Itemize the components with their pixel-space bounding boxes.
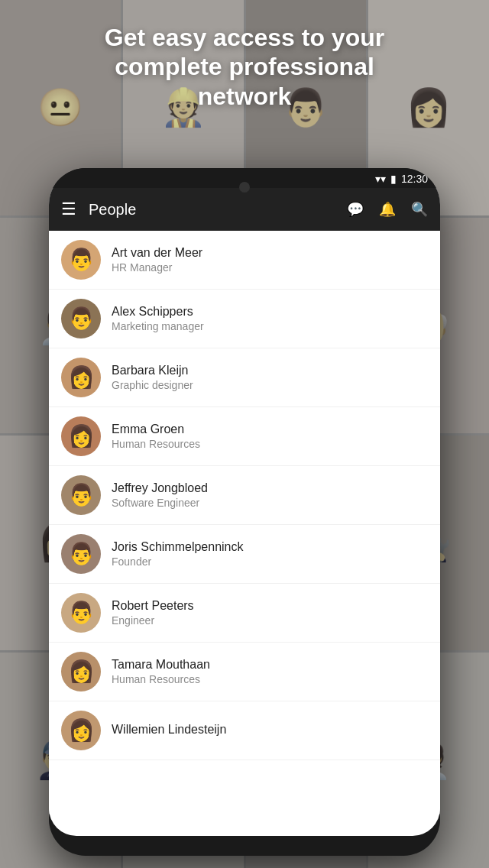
person-role: Human Resources	[112, 438, 200, 450]
list-item[interactable]: 👨 Art van der Meer HR Manager	[49, 231, 440, 290]
phone-camera	[239, 182, 250, 193]
message-icon[interactable]: 💬	[344, 198, 367, 221]
person-name: Tamara Mouthaan	[112, 658, 210, 672]
avatar: 👨	[61, 240, 101, 280]
headline-line3: network	[198, 83, 292, 110]
person-role: Engineer	[112, 614, 194, 627]
avatar: 👩	[61, 711, 101, 750]
list-item[interactable]: 👨 Robert Peeters Engineer	[49, 584, 440, 643]
search-icon[interactable]: 🔍	[408, 198, 431, 221]
person-role: Founder	[112, 555, 244, 568]
avatar: 👨	[61, 299, 101, 338]
headline-text: Get easy access to your complete profess…	[0, 23, 489, 111]
person-role: Graphic designer	[112, 379, 193, 391]
person-info: Tamara Mouthaan Human Resources	[112, 658, 210, 685]
person-info: Emma Groen Human Resources	[112, 423, 200, 450]
list-item[interactable]: 👨 Alex Schippers Marketing manager	[49, 290, 440, 348]
person-name: Barbara Kleijn	[112, 364, 193, 377]
person-role: Human Resources	[112, 673, 210, 685]
avatar: 👩	[61, 416, 101, 456]
person-name: Art van der Meer	[112, 246, 202, 260]
list-item[interactable]: 👨 Joris Schimmelpenninck Founder	[49, 525, 440, 584]
app-bar-title: People	[89, 201, 335, 219]
person-name: Jeffrey Jongbloed	[112, 481, 208, 495]
person-role: Marketing manager	[112, 320, 204, 332]
list-item[interactable]: 👩 Tamara Mouthaan Human Resources	[49, 643, 440, 701]
status-time: 12:30	[401, 173, 428, 185]
phone-screen: ☰ People 💬 🔔 🔍 👨 Art van der Meer HR Man…	[49, 188, 440, 836]
battery-icon: ▮	[390, 173, 397, 185]
person-name: Emma Groen	[112, 423, 200, 436]
list-item[interactable]: 👨 Jeffrey Jongbloed Software Engineer	[49, 466, 440, 525]
person-info: Joris Schimmelpenninck Founder	[112, 540, 244, 568]
person-name: Willemien Lindesteijn	[112, 723, 226, 737]
person-info: Willemien Lindesteijn	[112, 723, 226, 738]
person-name: Robert Peeters	[112, 599, 194, 613]
list-item[interactable]: 👩 Willemien Lindesteijn	[49, 701, 440, 760]
menu-icon[interactable]: ☰	[58, 196, 79, 222]
avatar: 👨	[61, 593, 101, 633]
app-bar: ☰ People 💬 🔔 🔍	[49, 188, 440, 231]
person-info: Art van der Meer HR Manager	[112, 246, 202, 274]
notification-icon[interactable]: 🔔	[376, 198, 399, 221]
person-info: Barbara Kleijn Graphic designer	[112, 364, 193, 391]
wifi-icon: ▾▾	[375, 173, 386, 185]
avatar: 👩	[61, 358, 101, 397]
headline-line2: complete professional	[115, 53, 374, 80]
avatar: 👨	[61, 534, 101, 574]
person-name: Alex Schippers	[112, 305, 204, 319]
list-item[interactable]: 👩 Emma Groen Human Resources	[49, 407, 440, 466]
person-info: Alex Schippers Marketing manager	[112, 305, 204, 332]
avatar: 👨	[61, 475, 101, 515]
phone-shell: ▾▾ ▮ 12:30 ☰ People 💬 🔔 🔍 👨 Art van der …	[49, 168, 440, 856]
person-role: HR Manager	[112, 261, 202, 274]
people-list: 👨 Art van der Meer HR Manager 👨 Alex Sch…	[49, 231, 440, 815]
person-info: Jeffrey Jongbloed Software Engineer	[112, 481, 208, 509]
avatar: 👩	[61, 652, 101, 691]
person-role: Software Engineer	[112, 497, 208, 509]
person-name: Joris Schimmelpenninck	[112, 540, 244, 554]
headline-line1: Get easy access to your	[105, 24, 384, 51]
list-item[interactable]: 👩 Barbara Kleijn Graphic designer	[49, 348, 440, 407]
person-info: Robert Peeters Engineer	[112, 599, 194, 627]
